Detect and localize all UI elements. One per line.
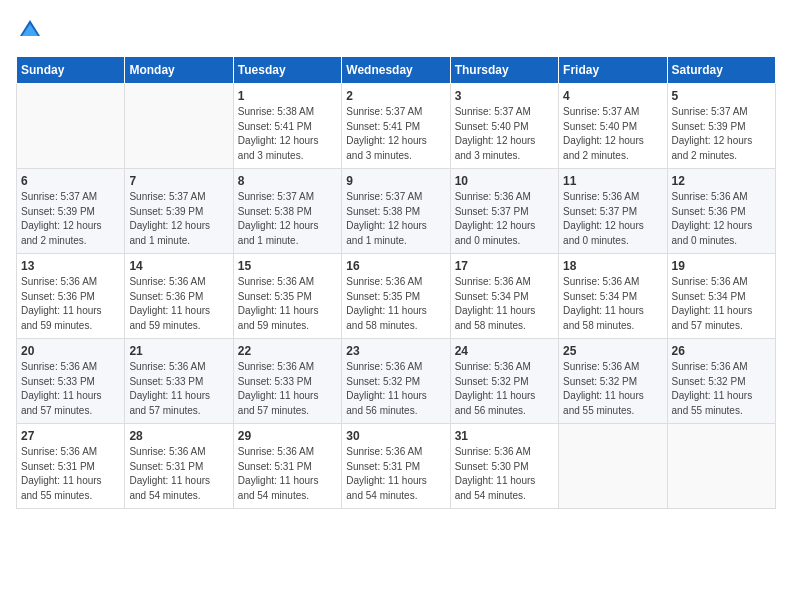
day-cell: 17Sunrise: 5:36 AMSunset: 5:34 PMDayligh… (450, 254, 558, 339)
day-cell: 20Sunrise: 5:36 AMSunset: 5:33 PMDayligh… (17, 339, 125, 424)
day-cell: 18Sunrise: 5:36 AMSunset: 5:34 PMDayligh… (559, 254, 667, 339)
day-number: 17 (455, 259, 554, 273)
header-sunday: Sunday (17, 57, 125, 84)
day-info: Sunrise: 5:36 AMSunset: 5:37 PMDaylight:… (455, 190, 554, 248)
day-cell (559, 424, 667, 509)
week-row-3: 13Sunrise: 5:36 AMSunset: 5:36 PMDayligh… (17, 254, 776, 339)
header-saturday: Saturday (667, 57, 775, 84)
day-number: 31 (455, 429, 554, 443)
day-info: Sunrise: 5:37 AMSunset: 5:38 PMDaylight:… (346, 190, 445, 248)
day-number: 30 (346, 429, 445, 443)
day-cell (17, 84, 125, 169)
day-info: Sunrise: 5:36 AMSunset: 5:36 PMDaylight:… (21, 275, 120, 333)
header-wednesday: Wednesday (342, 57, 450, 84)
day-cell: 27Sunrise: 5:36 AMSunset: 5:31 PMDayligh… (17, 424, 125, 509)
day-number: 11 (563, 174, 662, 188)
day-cell: 31Sunrise: 5:36 AMSunset: 5:30 PMDayligh… (450, 424, 558, 509)
day-info: Sunrise: 5:36 AMSunset: 5:31 PMDaylight:… (346, 445, 445, 503)
day-number: 8 (238, 174, 337, 188)
day-number: 10 (455, 174, 554, 188)
day-number: 13 (21, 259, 120, 273)
day-cell: 26Sunrise: 5:36 AMSunset: 5:32 PMDayligh… (667, 339, 775, 424)
day-number: 23 (346, 344, 445, 358)
day-info: Sunrise: 5:36 AMSunset: 5:32 PMDaylight:… (672, 360, 771, 418)
week-row-2: 6Sunrise: 5:37 AMSunset: 5:39 PMDaylight… (17, 169, 776, 254)
calendar-table: SundayMondayTuesdayWednesdayThursdayFrid… (16, 56, 776, 509)
day-cell (125, 84, 233, 169)
day-number: 20 (21, 344, 120, 358)
day-info: Sunrise: 5:37 AMSunset: 5:39 PMDaylight:… (672, 105, 771, 163)
day-cell: 3Sunrise: 5:37 AMSunset: 5:40 PMDaylight… (450, 84, 558, 169)
day-cell: 10Sunrise: 5:36 AMSunset: 5:37 PMDayligh… (450, 169, 558, 254)
day-number: 22 (238, 344, 337, 358)
day-cell: 8Sunrise: 5:37 AMSunset: 5:38 PMDaylight… (233, 169, 341, 254)
day-info: Sunrise: 5:37 AMSunset: 5:40 PMDaylight:… (563, 105, 662, 163)
day-cell: 13Sunrise: 5:36 AMSunset: 5:36 PMDayligh… (17, 254, 125, 339)
day-cell: 24Sunrise: 5:36 AMSunset: 5:32 PMDayligh… (450, 339, 558, 424)
day-info: Sunrise: 5:37 AMSunset: 5:39 PMDaylight:… (21, 190, 120, 248)
day-cell: 12Sunrise: 5:36 AMSunset: 5:36 PMDayligh… (667, 169, 775, 254)
logo-icon (16, 16, 44, 44)
day-info: Sunrise: 5:36 AMSunset: 5:31 PMDaylight:… (238, 445, 337, 503)
header-thursday: Thursday (450, 57, 558, 84)
day-number: 4 (563, 89, 662, 103)
day-info: Sunrise: 5:36 AMSunset: 5:35 PMDaylight:… (346, 275, 445, 333)
day-info: Sunrise: 5:36 AMSunset: 5:33 PMDaylight:… (238, 360, 337, 418)
day-info: Sunrise: 5:37 AMSunset: 5:41 PMDaylight:… (346, 105, 445, 163)
day-cell: 25Sunrise: 5:36 AMSunset: 5:32 PMDayligh… (559, 339, 667, 424)
day-info: Sunrise: 5:36 AMSunset: 5:35 PMDaylight:… (238, 275, 337, 333)
day-cell: 9Sunrise: 5:37 AMSunset: 5:38 PMDaylight… (342, 169, 450, 254)
day-info: Sunrise: 5:37 AMSunset: 5:39 PMDaylight:… (129, 190, 228, 248)
day-info: Sunrise: 5:36 AMSunset: 5:36 PMDaylight:… (129, 275, 228, 333)
day-number: 6 (21, 174, 120, 188)
day-info: Sunrise: 5:38 AMSunset: 5:41 PMDaylight:… (238, 105, 337, 163)
day-cell: 29Sunrise: 5:36 AMSunset: 5:31 PMDayligh… (233, 424, 341, 509)
day-number: 29 (238, 429, 337, 443)
day-info: Sunrise: 5:36 AMSunset: 5:32 PMDaylight:… (455, 360, 554, 418)
day-number: 16 (346, 259, 445, 273)
header-tuesday: Tuesday (233, 57, 341, 84)
day-number: 7 (129, 174, 228, 188)
day-number: 3 (455, 89, 554, 103)
day-info: Sunrise: 5:36 AMSunset: 5:34 PMDaylight:… (672, 275, 771, 333)
day-cell: 2Sunrise: 5:37 AMSunset: 5:41 PMDaylight… (342, 84, 450, 169)
day-number: 14 (129, 259, 228, 273)
day-info: Sunrise: 5:36 AMSunset: 5:33 PMDaylight:… (129, 360, 228, 418)
day-cell: 23Sunrise: 5:36 AMSunset: 5:32 PMDayligh… (342, 339, 450, 424)
day-number: 25 (563, 344, 662, 358)
day-number: 27 (21, 429, 120, 443)
day-number: 1 (238, 89, 337, 103)
day-number: 15 (238, 259, 337, 273)
logo (16, 16, 48, 44)
day-info: Sunrise: 5:36 AMSunset: 5:34 PMDaylight:… (455, 275, 554, 333)
day-info: Sunrise: 5:36 AMSunset: 5:31 PMDaylight:… (21, 445, 120, 503)
day-number: 24 (455, 344, 554, 358)
day-info: Sunrise: 5:36 AMSunset: 5:33 PMDaylight:… (21, 360, 120, 418)
day-cell: 21Sunrise: 5:36 AMSunset: 5:33 PMDayligh… (125, 339, 233, 424)
day-info: Sunrise: 5:36 AMSunset: 5:37 PMDaylight:… (563, 190, 662, 248)
day-number: 28 (129, 429, 228, 443)
day-cell: 14Sunrise: 5:36 AMSunset: 5:36 PMDayligh… (125, 254, 233, 339)
week-row-5: 27Sunrise: 5:36 AMSunset: 5:31 PMDayligh… (17, 424, 776, 509)
day-number: 26 (672, 344, 771, 358)
day-info: Sunrise: 5:36 AMSunset: 5:34 PMDaylight:… (563, 275, 662, 333)
day-info: Sunrise: 5:36 AMSunset: 5:32 PMDaylight:… (346, 360, 445, 418)
day-cell: 7Sunrise: 5:37 AMSunset: 5:39 PMDaylight… (125, 169, 233, 254)
day-cell: 30Sunrise: 5:36 AMSunset: 5:31 PMDayligh… (342, 424, 450, 509)
calendar-header-row: SundayMondayTuesdayWednesdayThursdayFrid… (17, 57, 776, 84)
day-info: Sunrise: 5:36 AMSunset: 5:31 PMDaylight:… (129, 445, 228, 503)
week-row-1: 1Sunrise: 5:38 AMSunset: 5:41 PMDaylight… (17, 84, 776, 169)
day-number: 5 (672, 89, 771, 103)
day-number: 18 (563, 259, 662, 273)
day-number: 12 (672, 174, 771, 188)
day-info: Sunrise: 5:36 AMSunset: 5:36 PMDaylight:… (672, 190, 771, 248)
day-cell: 15Sunrise: 5:36 AMSunset: 5:35 PMDayligh… (233, 254, 341, 339)
day-cell: 4Sunrise: 5:37 AMSunset: 5:40 PMDaylight… (559, 84, 667, 169)
day-cell: 19Sunrise: 5:36 AMSunset: 5:34 PMDayligh… (667, 254, 775, 339)
day-cell: 11Sunrise: 5:36 AMSunset: 5:37 PMDayligh… (559, 169, 667, 254)
day-info: Sunrise: 5:36 AMSunset: 5:30 PMDaylight:… (455, 445, 554, 503)
header-friday: Friday (559, 57, 667, 84)
day-cell: 6Sunrise: 5:37 AMSunset: 5:39 PMDaylight… (17, 169, 125, 254)
day-cell: 5Sunrise: 5:37 AMSunset: 5:39 PMDaylight… (667, 84, 775, 169)
week-row-4: 20Sunrise: 5:36 AMSunset: 5:33 PMDayligh… (17, 339, 776, 424)
